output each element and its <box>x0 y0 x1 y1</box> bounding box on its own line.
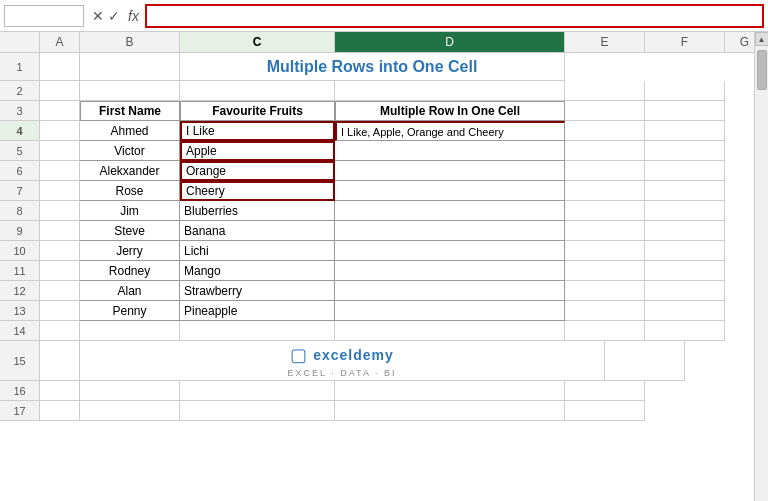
cell-b3[interactable]: First Name <box>80 101 180 121</box>
cell-e2[interactable] <box>565 81 645 101</box>
col-header-c[interactable]: C <box>180 32 335 52</box>
cell-f12[interactable] <box>645 281 725 301</box>
cell-e6[interactable] <box>565 161 645 181</box>
cell-d14[interactable] <box>335 321 565 341</box>
cell-b13[interactable]: Penny <box>80 301 180 321</box>
cell-b14[interactable] <box>80 321 180 341</box>
cell-e13[interactable] <box>565 301 645 321</box>
cell-e10[interactable] <box>565 241 645 261</box>
cell-b6[interactable]: Alekxander <box>80 161 180 181</box>
col-header-f[interactable]: F <box>645 32 725 52</box>
cell-d13[interactable] <box>335 301 565 321</box>
cell-c10[interactable]: Lichi <box>180 241 335 261</box>
cell-a3[interactable] <box>40 101 80 121</box>
cell-c6[interactable]: Orange <box>180 161 335 181</box>
col-header-a[interactable]: A <box>40 32 80 52</box>
col-header-e[interactable]: E <box>565 32 645 52</box>
cell-a12[interactable] <box>40 281 80 301</box>
cell-c3[interactable]: Favourite Fruits <box>180 101 335 121</box>
cell-a17[interactable] <box>40 401 80 421</box>
cell-e8[interactable] <box>565 201 645 221</box>
cell-c2[interactable] <box>180 81 335 101</box>
cell-c13[interactable]: Pineapple <box>180 301 335 321</box>
name-box[interactable]: D4 <box>4 5 84 27</box>
cell-a9[interactable] <box>40 221 80 241</box>
cell-f8[interactable] <box>645 201 725 221</box>
cell-f10[interactable] <box>645 241 725 261</box>
cell-e12[interactable] <box>565 281 645 301</box>
cell-c4[interactable]: I Like <box>180 121 335 141</box>
cell-d16[interactable] <box>335 381 565 401</box>
cell-f4[interactable] <box>645 121 725 141</box>
cell-d2[interactable] <box>335 81 565 101</box>
formula-input[interactable]: =CONCAT(C4,", ",C5,", ",C6," and ",C7) <box>145 4 764 28</box>
cell-e4[interactable] <box>565 121 645 141</box>
cell-b9[interactable]: Steve <box>80 221 180 241</box>
cell-c11[interactable]: Mango <box>180 261 335 281</box>
cell-f5[interactable] <box>645 141 725 161</box>
cell-b1[interactable] <box>80 53 180 81</box>
cell-b7[interactable]: Rose <box>80 181 180 201</box>
cell-c9[interactable]: Banana <box>180 221 335 241</box>
cell-a15[interactable] <box>40 341 80 381</box>
cell-c7[interactable]: Cheery <box>180 181 335 201</box>
cell-a6[interactable] <box>40 161 80 181</box>
cell-c17[interactable] <box>180 401 335 421</box>
cell-f6[interactable] <box>645 161 725 181</box>
cell-d9[interactable] <box>335 221 565 241</box>
cell-b10[interactable]: Jerry <box>80 241 180 261</box>
cell-a13[interactable] <box>40 301 80 321</box>
cell-d11[interactable] <box>335 261 565 281</box>
col-header-d[interactable]: D <box>335 32 565 52</box>
cell-e9[interactable] <box>565 221 645 241</box>
cell-b16[interactable] <box>80 381 180 401</box>
cell-e5[interactable] <box>565 141 645 161</box>
cell-a5[interactable] <box>40 141 80 161</box>
cancel-icon[interactable]: ✕ <box>92 8 104 24</box>
cell-d7[interactable] <box>335 181 565 201</box>
cell-a2[interactable] <box>40 81 80 101</box>
cell-b17[interactable] <box>80 401 180 421</box>
cell-f2[interactable] <box>645 81 725 101</box>
cell-e17[interactable] <box>565 401 645 421</box>
vertical-scrollbar[interactable]: ▲ <box>754 32 768 501</box>
scroll-up-arrow[interactable]: ▲ <box>755 32 769 46</box>
cell-d17[interactable] <box>335 401 565 421</box>
cell-d8[interactable] <box>335 201 565 221</box>
cell-d3[interactable]: Multiple Row In One Cell <box>335 101 565 121</box>
cell-a14[interactable] <box>40 321 80 341</box>
cell-d6[interactable] <box>335 161 565 181</box>
cell-c1[interactable]: Multiple Rows into One Cell <box>180 53 565 81</box>
cell-b11[interactable]: Rodney <box>80 261 180 281</box>
cell-f11[interactable] <box>645 261 725 281</box>
cell-e3[interactable] <box>565 101 645 121</box>
cell-d12[interactable] <box>335 281 565 301</box>
cell-b2[interactable] <box>80 81 180 101</box>
cell-a8[interactable] <box>40 201 80 221</box>
cell-e7[interactable] <box>565 181 645 201</box>
cell-d5[interactable] <box>335 141 565 161</box>
cell-b5[interactable]: Victor <box>80 141 180 161</box>
cell-a11[interactable] <box>40 261 80 281</box>
cell-b4[interactable]: Ahmed <box>80 121 180 141</box>
cell-a7[interactable] <box>40 181 80 201</box>
cell-c16[interactable] <box>180 381 335 401</box>
cell-f7[interactable] <box>645 181 725 201</box>
cell-f9[interactable] <box>645 221 725 241</box>
cell-a1[interactable] <box>40 53 80 81</box>
scroll-thumb[interactable] <box>757 50 767 90</box>
cell-c12[interactable]: Strawberry <box>180 281 335 301</box>
col-header-b[interactable]: B <box>80 32 180 52</box>
cell-c8[interactable]: Bluberries <box>180 201 335 221</box>
cell-b8[interactable]: Jim <box>80 201 180 221</box>
cell-a10[interactable] <box>40 241 80 261</box>
confirm-icon[interactable]: ✓ <box>108 8 120 24</box>
cell-d4[interactable]: I Like, Apple, Orange and Cheery <box>335 121 565 141</box>
cell-e11[interactable] <box>565 261 645 281</box>
cell-e14[interactable] <box>565 321 645 341</box>
cell-a16[interactable] <box>40 381 80 401</box>
cell-c5[interactable]: Apple <box>180 141 335 161</box>
cell-f14[interactable] <box>645 321 725 341</box>
cell-a4[interactable] <box>40 121 80 141</box>
cell-f13[interactable] <box>645 301 725 321</box>
